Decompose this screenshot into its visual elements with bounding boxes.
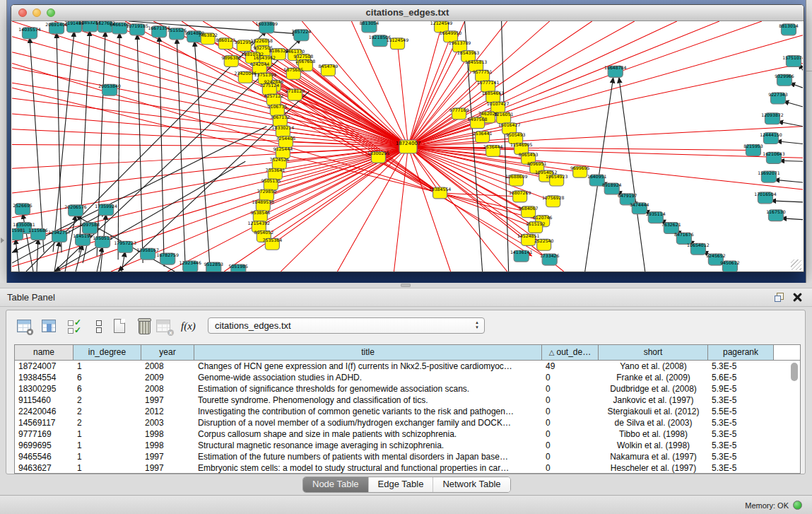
red-edge[interactable]: [408, 63, 803, 146]
black-edge[interactable]: [54, 240, 59, 271]
black-edge[interactable]: [122, 251, 125, 271]
cell-name: 9699695: [15, 440, 73, 451]
table-row[interactable]: 911546021997Tourette syndrome. Phenomeno…: [15, 395, 800, 406]
tab-edge-table[interactable]: Edge Table: [369, 477, 434, 492]
status-bar: Memory: OK: [0, 495, 812, 514]
node-label: 14035574: [18, 27, 41, 32]
node-label: 9512853: [204, 262, 223, 267]
splitter-handle-icon[interactable]: [401, 284, 411, 287]
node-label: 2526695: [13, 203, 33, 208]
table-row[interactable]: 946362711997Embryonic stem cells: a mode…: [15, 462, 800, 474]
column-header-year[interactable]: year: [141, 345, 194, 360]
node-label: 14136141: [510, 250, 533, 255]
node-label: 10107427: [487, 101, 510, 106]
black-edge[interactable]: [16, 238, 19, 271]
node-label: 15777141: [477, 80, 500, 85]
network-graph[interactable]: 1403557420691406719148510853287152760264…: [12, 21, 803, 271]
resize-grip[interactable]: [791, 259, 801, 270]
table-row[interactable]: 1456911722003Disruption of a novel membe…: [15, 417, 800, 428]
new-column-icon[interactable]: [112, 318, 129, 335]
table-row[interactable]: 946554611997Estimation of the future num…: [15, 451, 800, 462]
black-edge[interactable]: [79, 30, 90, 252]
cell-year: 1997: [141, 395, 194, 406]
node-label: 2718129: [286, 88, 305, 93]
black-edge[interactable]: [774, 180, 803, 182]
column-header-title[interactable]: title: [194, 345, 542, 360]
black-edge[interactable]: [777, 122, 803, 127]
cell-in_degree: 6: [73, 383, 141, 395]
black-edge[interactable]: [770, 201, 803, 202]
red-edge[interactable]: [397, 44, 408, 147]
red-edge[interactable]: [167, 146, 408, 271]
red-edge[interactable]: [12, 146, 408, 192]
panel-collapse-arrow-icon[interactable]: [1, 238, 4, 243]
table-row[interactable]: 2242004622012Investigating the contribut…: [15, 406, 800, 417]
red-edge[interactable]: [408, 146, 451, 271]
black-edge[interactable]: [779, 160, 803, 161]
column-header-out_de[interactable]: △out_de…: [542, 345, 599, 360]
close-window-icon[interactable]: [18, 8, 27, 17]
delete-table-icon[interactable]: x: [155, 318, 172, 335]
table-header-row: namein_degreeyeartitle△out_de…shortpager…: [15, 345, 800, 361]
node-label: 10489538: [252, 199, 275, 204]
table-row[interactable]: 1830029562008Estimation of significance …: [15, 383, 800, 395]
node-label: 5051985: [229, 264, 249, 269]
table-settings-icon[interactable]: [16, 318, 33, 335]
tab-network-table[interactable]: Network Table: [433, 477, 510, 492]
cell-year: 2003: [141, 417, 194, 428]
red-edge[interactable]: [408, 21, 635, 146]
node-label: 9450612: [720, 260, 740, 265]
table-selector-value: citations_edges.txt: [215, 318, 291, 333]
tab-node-table[interactable]: Node Table: [303, 477, 369, 492]
window-titlebar[interactable]: citations_edges.txt: [11, 5, 804, 21]
node-label: 9684067: [519, 206, 539, 211]
zoom-window-icon[interactable]: [47, 8, 55, 17]
column-header-pagerank[interactable]: pagerank: [708, 345, 774, 360]
node-label: 16648784: [604, 65, 627, 70]
black-edge[interactable]: [776, 141, 803, 144]
show-column-icon[interactable]: [41, 318, 58, 335]
memory-ok-indicator: [793, 501, 802, 510]
node-label: 23420046: [235, 71, 257, 76]
red-edge[interactable]: [12, 146, 408, 242]
node-label: 9106735: [268, 104, 288, 109]
delete-column-icon[interactable]: [136, 318, 153, 335]
black-edge[interactable]: [781, 218, 803, 220]
node-label: 6120746: [533, 215, 553, 220]
float-panel-icon[interactable]: [775, 293, 784, 302]
network-canvas[interactable]: 1403557420691406719148510853287152760264…: [12, 21, 803, 271]
panel-splitter[interactable]: [0, 283, 812, 288]
table-row[interactable]: 977716911998Corpus callosum shape and si…: [15, 428, 800, 440]
minimize-window-icon[interactable]: [33, 8, 41, 17]
row-options-icon[interactable]: [90, 318, 107, 335]
node-label: 2536441: [473, 131, 493, 136]
close-panel-icon[interactable]: [793, 293, 802, 302]
column-header-in_degree[interactable]: in_degree: [73, 345, 141, 360]
column-header-short[interactable]: short: [599, 345, 708, 360]
black-edge[interactable]: [57, 33, 61, 252]
node-label: 7515526: [167, 28, 187, 33]
node-label: 16782759: [156, 252, 179, 257]
node-label: 6497568: [468, 117, 488, 122]
cell-year: 2009: [141, 372, 194, 383]
cell-title: Disruption of a novel member of a sodium…: [194, 417, 542, 428]
node-label: 20206576: [64, 204, 87, 209]
vertical-scrollbar[interactable]: [791, 363, 798, 381]
black-edge[interactable]: [177, 38, 185, 268]
column-header-name[interactable]: name: [15, 345, 73, 360]
table-selector-dropdown[interactable]: citations_edges.txt ▲▼: [208, 317, 485, 334]
cell-short: Jankovic et al. (1997): [599, 395, 708, 406]
memory-label: Memory: OK: [745, 501, 789, 510]
cell-year: 2008: [141, 361, 194, 372]
black-edge[interactable]: [783, 101, 803, 107]
select-all-rows-icon[interactable]: ✓✓: [66, 318, 83, 335]
cell-pagerank: 5.3E-5: [708, 440, 774, 451]
table-row[interactable]: 969969511998Structural magnetic resonanc…: [15, 440, 800, 451]
table-row[interactable]: 1872400712008Changes of HCN gene express…: [15, 361, 800, 372]
black-edge[interactable]: [37, 238, 38, 271]
cell-pagerank: 5.3E-5: [708, 462, 774, 474]
red-edge[interactable]: [408, 146, 536, 227]
function-builder-icon[interactable]: f(x): [181, 318, 198, 335]
table-row[interactable]: 1938455462009Genome-wide association stu…: [15, 372, 800, 383]
black-edge[interactable]: [619, 77, 645, 271]
